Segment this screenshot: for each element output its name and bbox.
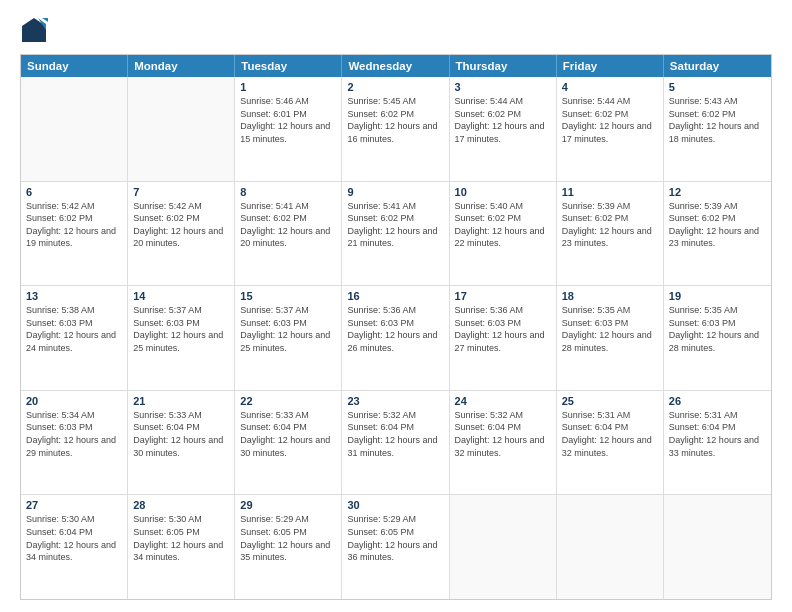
day-info: Sunrise: 5:32 AMSunset: 6:04 PMDaylight:… [455, 409, 551, 459]
cal-cell: 12Sunrise: 5:39 AMSunset: 6:02 PMDayligh… [664, 182, 771, 286]
logo [20, 16, 52, 44]
day-number: 28 [133, 499, 229, 511]
cal-cell: 6Sunrise: 5:42 AMSunset: 6:02 PMDaylight… [21, 182, 128, 286]
day-number: 19 [669, 290, 766, 302]
day-info: Sunrise: 5:44 AMSunset: 6:02 PMDaylight:… [455, 95, 551, 145]
cal-cell: 3Sunrise: 5:44 AMSunset: 6:02 PMDaylight… [450, 77, 557, 181]
calendar-body: 1Sunrise: 5:46 AMSunset: 6:01 PMDaylight… [21, 77, 771, 599]
day-info: Sunrise: 5:30 AMSunset: 6:05 PMDaylight:… [133, 513, 229, 563]
day-number: 6 [26, 186, 122, 198]
cal-cell: 24Sunrise: 5:32 AMSunset: 6:04 PMDayligh… [450, 391, 557, 495]
calendar: SundayMondayTuesdayWednesdayThursdayFrid… [20, 54, 772, 600]
cal-cell [21, 77, 128, 181]
cal-cell: 21Sunrise: 5:33 AMSunset: 6:04 PMDayligh… [128, 391, 235, 495]
day-number: 16 [347, 290, 443, 302]
day-number: 23 [347, 395, 443, 407]
day-number: 8 [240, 186, 336, 198]
day-info: Sunrise: 5:40 AMSunset: 6:02 PMDaylight:… [455, 200, 551, 250]
day-number: 22 [240, 395, 336, 407]
day-number: 17 [455, 290, 551, 302]
day-number: 27 [26, 499, 122, 511]
cal-week-2: 6Sunrise: 5:42 AMSunset: 6:02 PMDaylight… [21, 182, 771, 287]
cal-cell: 30Sunrise: 5:29 AMSunset: 6:05 PMDayligh… [342, 495, 449, 599]
day-info: Sunrise: 5:35 AMSunset: 6:03 PMDaylight:… [669, 304, 766, 354]
cal-cell: 7Sunrise: 5:42 AMSunset: 6:02 PMDaylight… [128, 182, 235, 286]
cal-cell: 8Sunrise: 5:41 AMSunset: 6:02 PMDaylight… [235, 182, 342, 286]
day-info: Sunrise: 5:29 AMSunset: 6:05 PMDaylight:… [347, 513, 443, 563]
day-info: Sunrise: 5:33 AMSunset: 6:04 PMDaylight:… [240, 409, 336, 459]
cal-cell: 14Sunrise: 5:37 AMSunset: 6:03 PMDayligh… [128, 286, 235, 390]
day-number: 30 [347, 499, 443, 511]
day-info: Sunrise: 5:37 AMSunset: 6:03 PMDaylight:… [240, 304, 336, 354]
day-info: Sunrise: 5:43 AMSunset: 6:02 PMDaylight:… [669, 95, 766, 145]
day-info: Sunrise: 5:34 AMSunset: 6:03 PMDaylight:… [26, 409, 122, 459]
day-number: 14 [133, 290, 229, 302]
day-number: 11 [562, 186, 658, 198]
day-number: 15 [240, 290, 336, 302]
cal-header-thursday: Thursday [450, 55, 557, 77]
day-number: 18 [562, 290, 658, 302]
cal-cell [557, 495, 664, 599]
cal-header-friday: Friday [557, 55, 664, 77]
cal-cell: 1Sunrise: 5:46 AMSunset: 6:01 PMDaylight… [235, 77, 342, 181]
cal-cell: 5Sunrise: 5:43 AMSunset: 6:02 PMDaylight… [664, 77, 771, 181]
day-number: 10 [455, 186, 551, 198]
day-info: Sunrise: 5:36 AMSunset: 6:03 PMDaylight:… [455, 304, 551, 354]
cal-cell: 19Sunrise: 5:35 AMSunset: 6:03 PMDayligh… [664, 286, 771, 390]
day-number: 24 [455, 395, 551, 407]
cal-cell: 22Sunrise: 5:33 AMSunset: 6:04 PMDayligh… [235, 391, 342, 495]
day-number: 3 [455, 81, 551, 93]
cal-cell: 29Sunrise: 5:29 AMSunset: 6:05 PMDayligh… [235, 495, 342, 599]
day-info: Sunrise: 5:32 AMSunset: 6:04 PMDaylight:… [347, 409, 443, 459]
cal-header-saturday: Saturday [664, 55, 771, 77]
day-number: 7 [133, 186, 229, 198]
day-info: Sunrise: 5:31 AMSunset: 6:04 PMDaylight:… [669, 409, 766, 459]
cal-cell: 23Sunrise: 5:32 AMSunset: 6:04 PMDayligh… [342, 391, 449, 495]
cal-cell: 15Sunrise: 5:37 AMSunset: 6:03 PMDayligh… [235, 286, 342, 390]
day-info: Sunrise: 5:42 AMSunset: 6:02 PMDaylight:… [133, 200, 229, 250]
cal-cell [450, 495, 557, 599]
cal-cell [664, 495, 771, 599]
day-info: Sunrise: 5:37 AMSunset: 6:03 PMDaylight:… [133, 304, 229, 354]
cal-cell: 18Sunrise: 5:35 AMSunset: 6:03 PMDayligh… [557, 286, 664, 390]
cal-cell: 20Sunrise: 5:34 AMSunset: 6:03 PMDayligh… [21, 391, 128, 495]
day-number: 13 [26, 290, 122, 302]
logo-icon [20, 16, 48, 44]
cal-cell: 17Sunrise: 5:36 AMSunset: 6:03 PMDayligh… [450, 286, 557, 390]
day-number: 1 [240, 81, 336, 93]
header [20, 16, 772, 44]
cal-header-wednesday: Wednesday [342, 55, 449, 77]
day-number: 29 [240, 499, 336, 511]
day-number: 20 [26, 395, 122, 407]
cal-cell: 4Sunrise: 5:44 AMSunset: 6:02 PMDaylight… [557, 77, 664, 181]
day-info: Sunrise: 5:39 AMSunset: 6:02 PMDaylight:… [562, 200, 658, 250]
calendar-header-row: SundayMondayTuesdayWednesdayThursdayFrid… [21, 55, 771, 77]
day-info: Sunrise: 5:46 AMSunset: 6:01 PMDaylight:… [240, 95, 336, 145]
cal-header-tuesday: Tuesday [235, 55, 342, 77]
cal-week-4: 20Sunrise: 5:34 AMSunset: 6:03 PMDayligh… [21, 391, 771, 496]
cal-week-3: 13Sunrise: 5:38 AMSunset: 6:03 PMDayligh… [21, 286, 771, 391]
cal-week-5: 27Sunrise: 5:30 AMSunset: 6:04 PMDayligh… [21, 495, 771, 599]
day-info: Sunrise: 5:29 AMSunset: 6:05 PMDaylight:… [240, 513, 336, 563]
cal-cell: 11Sunrise: 5:39 AMSunset: 6:02 PMDayligh… [557, 182, 664, 286]
cal-cell: 26Sunrise: 5:31 AMSunset: 6:04 PMDayligh… [664, 391, 771, 495]
cal-cell: 2Sunrise: 5:45 AMSunset: 6:02 PMDaylight… [342, 77, 449, 181]
day-info: Sunrise: 5:31 AMSunset: 6:04 PMDaylight:… [562, 409, 658, 459]
svg-marker-2 [42, 18, 48, 22]
day-info: Sunrise: 5:44 AMSunset: 6:02 PMDaylight:… [562, 95, 658, 145]
day-info: Sunrise: 5:41 AMSunset: 6:02 PMDaylight:… [347, 200, 443, 250]
day-info: Sunrise: 5:35 AMSunset: 6:03 PMDaylight:… [562, 304, 658, 354]
day-number: 9 [347, 186, 443, 198]
cal-cell [128, 77, 235, 181]
cal-cell: 10Sunrise: 5:40 AMSunset: 6:02 PMDayligh… [450, 182, 557, 286]
cal-header-monday: Monday [128, 55, 235, 77]
day-info: Sunrise: 5:45 AMSunset: 6:02 PMDaylight:… [347, 95, 443, 145]
cal-cell: 9Sunrise: 5:41 AMSunset: 6:02 PMDaylight… [342, 182, 449, 286]
day-info: Sunrise: 5:38 AMSunset: 6:03 PMDaylight:… [26, 304, 122, 354]
cal-cell: 27Sunrise: 5:30 AMSunset: 6:04 PMDayligh… [21, 495, 128, 599]
day-number: 4 [562, 81, 658, 93]
day-number: 5 [669, 81, 766, 93]
cal-cell: 13Sunrise: 5:38 AMSunset: 6:03 PMDayligh… [21, 286, 128, 390]
day-number: 26 [669, 395, 766, 407]
day-info: Sunrise: 5:42 AMSunset: 6:02 PMDaylight:… [26, 200, 122, 250]
